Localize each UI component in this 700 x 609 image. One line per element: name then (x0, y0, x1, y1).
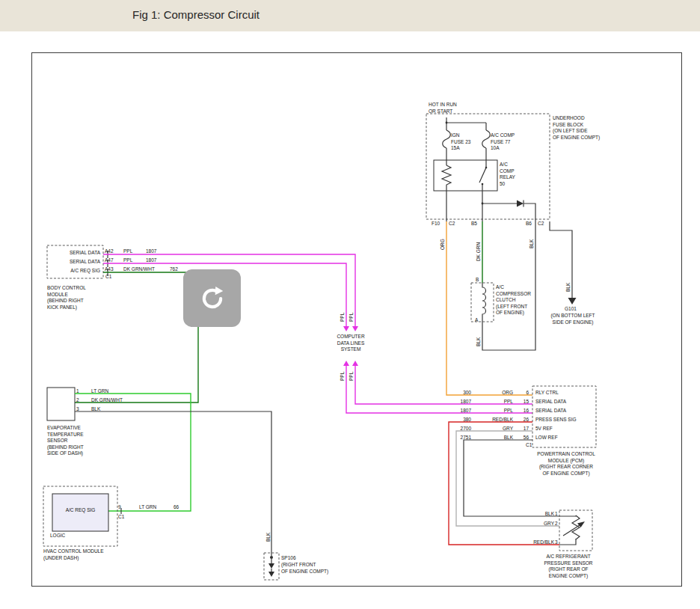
splice-name: SP106 (281, 555, 296, 562)
ign-fuse-label: IGN FUSE 23 15A (451, 132, 470, 152)
bcm-wire-color: DK GRN/WHT (123, 266, 155, 273)
pcm-connector: C1 (526, 442, 532, 449)
pcm-wire-color: PPL (483, 408, 513, 414)
wire-label-blk-splice: BLK (265, 533, 271, 542)
bcm-wire-color: PPL (123, 248, 132, 255)
bcm-caption: BODY CONTROL MODULE (BEHIND RIGHT KICK P… (47, 285, 86, 310)
pcm-caption: POWERTRAIN CONTROL MODULE (PCM) (RIGHT R… (521, 451, 611, 477)
pcm-circuit: 380 (446, 417, 471, 423)
pcm-pin: 15 (518, 399, 529, 406)
pcm-signal: SERIAL DATA (535, 408, 566, 414)
pcm-signal: PRESS SENS SIG (535, 417, 577, 423)
evap-pin: 1 (76, 388, 79, 395)
pcm-pin: 26 (518, 417, 529, 423)
pcm-circuit: 300 (446, 390, 471, 397)
wire-label-org: ORG (440, 239, 445, 250)
sensor-wire-color: GRY (526, 521, 554, 527)
pcm-pin: 56 (518, 435, 529, 441)
bcm-signal-row: A/C REQ SIG (48, 268, 100, 275)
bcm-signal-row: SERIAL DATA (48, 250, 100, 257)
splice-caption: (RIGHT FRONT OF ENGINE COMPT) (281, 562, 328, 575)
pcm-wire-color: PPL (483, 399, 513, 406)
splice-dot (270, 556, 273, 559)
hot-feed-label: HOT IN RUN OR START (429, 102, 457, 114)
wiring-svg (0, 0, 700, 609)
hvac-connector: C1 (118, 514, 124, 521)
refresh-icon (199, 285, 226, 312)
sensor-wire-color: BLK (526, 511, 554, 518)
clutch-pin-b: B (476, 277, 479, 284)
connector-c2-left: C2 (449, 221, 455, 227)
pcm-wire-color: BLK (483, 435, 513, 441)
wire-label-ppl-up-right: PPL (349, 313, 354, 322)
evap-wire-color: BLK (91, 406, 100, 413)
cavity-f10: F10 (432, 221, 440, 227)
connector-c2-right: C2 (538, 221, 544, 227)
bcm-pin: A42 (105, 248, 114, 255)
evap-pin: 2 (76, 397, 79, 404)
evap-wire-color: LT GRN (91, 388, 108, 395)
pcm-circuit: 2751 (446, 435, 471, 441)
hvac-circuit: 66 (174, 504, 179, 511)
evap-caption: EVAPORATIVE TEMPERATURE SENSOR (BEHIND R… (47, 425, 84, 457)
pcm-pin: 17 (518, 426, 529, 432)
sensor-pin: 3 (555, 539, 558, 546)
fuse-block-caption: UNDERHOOD FUSE BLOCK (ON LEFT SIDE OF EN… (553, 115, 600, 141)
data-lines-caption: COMPUTER DATA LINES SYSTEM (327, 334, 375, 353)
hvac-signal: A/C REQ SIG (52, 507, 108, 514)
wire-label-blk-clutch: BLK (476, 337, 481, 346)
bcm-signal-row: SERIAL DATA (48, 259, 100, 266)
pcm-wire-color: GRY (483, 426, 513, 432)
bcm-circuit: 762 (170, 266, 178, 273)
relay-label: A/C COMP RELAY 50 (500, 162, 515, 187)
sensor-pin: 1 (555, 511, 558, 518)
bcm-circuit: 1807 (146, 248, 156, 255)
pcm-signal: SERIAL DATA (535, 399, 566, 406)
wire-label-blk-g101: BLK (565, 283, 571, 292)
g101-caption: (ON BOTTOM LEFT SIDE OF ENGINE) (545, 313, 601, 325)
pcm-wire-color: ORG (483, 390, 513, 397)
bcm-pin: A43 (105, 266, 114, 273)
clutch-caption: A/C COMPRESSOR CLUTCH (LEFT FRONT OF ENG… (496, 284, 531, 316)
pcm-pin: 6 (518, 390, 529, 397)
bcm-circuit: 1807 (146, 257, 156, 264)
wire-label-dk-grn: DK GRN (476, 242, 481, 261)
pcm-signal: 5V REF (535, 426, 553, 432)
pcm-signal: RLY CTRL (535, 390, 559, 397)
cavity-b5: B5 (471, 221, 477, 227)
pcm-signal: LOW REF (535, 435, 558, 441)
hvac-caption: HVAC CONTROL MODULE (UNDER DASH) (43, 548, 104, 561)
evap-pin: 3 (76, 406, 79, 413)
pcm-circuit: 1807 (446, 399, 471, 406)
bcm-wire-color: PPL (123, 257, 132, 264)
wire-label-ppl-up-left: PPL (340, 313, 345, 322)
wire-label-ppl-dn-left: PPL (340, 372, 345, 381)
clutch-pin-a: A (475, 317, 478, 324)
evap-wire-color: DK GRN/WHT (91, 397, 123, 404)
hvac-wire-color: LT GRN (139, 504, 156, 511)
hvac-logic-label: LOGIC (50, 533, 65, 539)
bcm-connector: C1 (105, 274, 111, 281)
pcm-circuit: 2700 (446, 426, 471, 432)
wire-label-ppl-dn-right: PPL (349, 372, 354, 381)
pcm-pin: 16 (518, 408, 529, 414)
bcm-pin: A47 (105, 257, 114, 264)
g101-name: G101 (565, 306, 577, 313)
pcm-wire-color: RED/BLK (483, 417, 513, 423)
ac-fuse-label: A/C COMP FUSE 77 10A (491, 132, 515, 152)
wire-label-blk-b6: BLK (529, 239, 534, 248)
hvac-pin: 9 (118, 504, 121, 511)
pcm-circuit: 1807 (446, 408, 471, 414)
sensor-wire-color: RED/BLK (526, 539, 554, 546)
sensor-caption: A/C REFRIGERANT PRESSURE SENSOR (RIGHT R… (529, 554, 607, 579)
sensor-pin: 2 (555, 521, 558, 527)
loading-overlay (183, 269, 241, 327)
cavity-b6: B6 (526, 221, 532, 227)
